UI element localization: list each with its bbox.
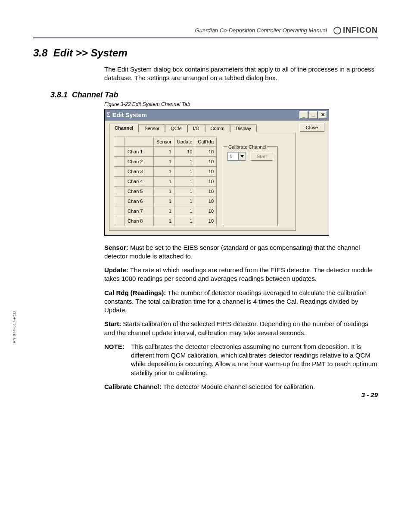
row-handle[interactable]	[114, 196, 125, 206]
col-calrdg: CalRdg	[195, 137, 217, 146]
cell-sensor[interactable]: 1	[154, 166, 174, 176]
cell-calrdg[interactable]: 10	[195, 186, 217, 196]
dialog-title: Edit System	[112, 112, 299, 118]
figure-caption: Figure 3-22 Edit System Channel Tab	[104, 101, 378, 107]
channel-label: Chan 7	[125, 206, 154, 216]
tab-channel[interactable]: Channel	[109, 124, 139, 132]
calibrate-channel-group: Calibrate Channel 1 Start	[223, 144, 278, 226]
close-label-rest: lose	[309, 125, 318, 130]
desc-sensor: Sensor: Must be set to the EIES sensor (…	[104, 243, 378, 261]
cell-update[interactable]: 1	[174, 166, 195, 176]
cell-sensor[interactable]: 1	[154, 206, 174, 216]
desc-calrdg: Cal Rdg (Readings): The number of detect…	[104, 289, 378, 315]
svg-marker-1	[240, 155, 244, 158]
cell-update[interactable]: 1	[174, 206, 195, 216]
channel-label: Chan 8	[125, 216, 154, 226]
channel-label: Chan 5	[125, 186, 154, 196]
section-intro: The Edit System dialog box contains para…	[104, 65, 378, 83]
cell-sensor[interactable]: 1	[154, 156, 174, 166]
calibrate-channel-value: 1	[228, 154, 238, 159]
table-row: Chan 51110	[114, 186, 217, 196]
table-row: Chan 111010	[114, 146, 217, 156]
col-update: Update	[174, 137, 195, 146]
row-handle[interactable]	[114, 206, 125, 216]
table-row: Chan 31110	[114, 166, 217, 176]
section-heading: 3.8 Edit >> System	[33, 47, 378, 59]
row-handle[interactable]	[114, 146, 125, 156]
channel-label: Chan 3	[125, 166, 154, 176]
row-handle[interactable]	[114, 216, 125, 226]
minimize-button[interactable]: _	[299, 111, 308, 119]
row-handle[interactable]	[114, 166, 125, 176]
cell-update[interactable]: 1	[174, 196, 195, 206]
cell-update[interactable]: 1	[174, 216, 195, 226]
table-row: Chan 21110	[114, 156, 217, 166]
row-handle[interactable]	[114, 186, 125, 196]
tab-sensor[interactable]: Sensor	[139, 124, 165, 132]
calibrate-channel-select[interactable]: 1	[227, 152, 246, 161]
close-button[interactable]: Close	[299, 123, 324, 132]
tab-comm[interactable]: Comm	[205, 124, 230, 132]
cell-sensor[interactable]: 1	[154, 186, 174, 196]
cell-update[interactable]: 1	[174, 156, 195, 166]
channel-label: Chan 1	[125, 146, 154, 156]
desc-update: Update: The rate at which readings are r…	[104, 266, 378, 283]
tab-display[interactable]: Display	[230, 124, 257, 132]
row-handle[interactable]	[114, 156, 125, 166]
header-manual-title: Guardian Co-Deposition Controller Operat…	[195, 27, 327, 34]
cell-sensor[interactable]: 1	[154, 146, 174, 156]
cell-calrdg[interactable]: 10	[195, 196, 217, 206]
cell-sensor[interactable]: 1	[154, 176, 174, 186]
cell-calrdg[interactable]: 10	[195, 216, 217, 226]
note-block: NOTE: This calibrates the detector elect…	[104, 342, 378, 377]
subsection-heading: 3.8.1 Channel Tab	[50, 90, 378, 100]
cell-calrdg[interactable]: 10	[195, 146, 217, 156]
row-handle[interactable]	[114, 176, 125, 186]
channel-label: Chan 4	[125, 176, 154, 186]
channel-label: Chan 6	[125, 196, 154, 206]
cell-calrdg[interactable]: 10	[195, 156, 217, 166]
cell-update[interactable]: 10	[174, 146, 195, 156]
table-row: Chan 71110	[114, 206, 217, 216]
tab-qcm[interactable]: QCM	[165, 124, 187, 132]
logo-icon	[333, 27, 341, 34]
brand-logo: INFICON	[333, 26, 378, 35]
desc-calibrate-channel: Calibrate Channel: The detector Module c…	[104, 383, 378, 391]
cell-calrdg[interactable]: 10	[195, 176, 217, 186]
dialog-titlebar[interactable]: Σ Edit System _ □ ✕	[105, 109, 329, 121]
side-ipn: IPN 074-517-P1D	[12, 311, 16, 345]
desc-start: Start: Starts calibration of the selecte…	[104, 320, 378, 337]
cell-calrdg[interactable]: 10	[195, 166, 217, 176]
table-row: Chan 81110	[114, 216, 217, 226]
table-row: Chan 61110	[114, 196, 217, 206]
channel-label: Chan 2	[125, 156, 154, 166]
col-sensor: Sensor	[154, 137, 174, 146]
chevron-down-icon	[238, 153, 246, 160]
sigma-icon: Σ	[106, 111, 111, 118]
cell-sensor[interactable]: 1	[154, 196, 174, 206]
cell-calrdg[interactable]: 10	[195, 206, 217, 216]
calibrate-legend: Calibrate Channel	[227, 144, 267, 149]
channel-table: Sensor Update CalRdg Chan 111010Chan 211…	[114, 137, 217, 226]
cell-sensor[interactable]: 1	[154, 216, 174, 226]
start-button[interactable]: Start	[250, 152, 273, 161]
table-row: Chan 41110	[114, 176, 217, 186]
edit-system-dialog: Σ Edit System _ □ ✕ Channel Sensor QCM I…	[104, 109, 329, 236]
cell-update[interactable]: 1	[174, 176, 195, 186]
page-number: 3 - 29	[361, 391, 378, 398]
cell-update[interactable]: 1	[174, 186, 195, 196]
close-window-button[interactable]: ✕	[318, 111, 327, 119]
maximize-button: □	[309, 111, 318, 119]
tab-io[interactable]: I/O	[187, 124, 205, 132]
